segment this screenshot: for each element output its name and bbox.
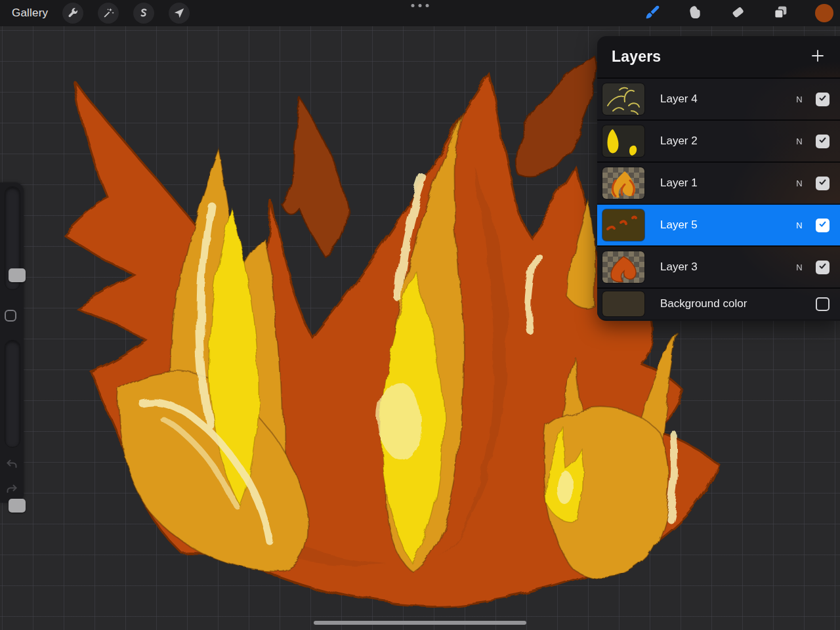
selection-button[interactable] bbox=[133, 3, 154, 24]
color-swatch-button[interactable] bbox=[815, 4, 833, 22]
adjustments-button[interactable] bbox=[98, 3, 119, 24]
brush-opacity-slider[interactable] bbox=[5, 340, 20, 448]
layer-visibility-checkbox[interactable] bbox=[816, 297, 830, 311]
blend-mode-button[interactable]: N bbox=[791, 94, 808, 104]
layer-row-layer-3[interactable]: Layer 3 N bbox=[597, 245, 840, 287]
flame-highlight-blob bbox=[557, 471, 574, 505]
brush-tool-button[interactable] bbox=[644, 4, 661, 23]
brush-size-handle[interactable] bbox=[9, 268, 26, 282]
layer-thumbnail[interactable] bbox=[602, 209, 644, 241]
layer-name: Layer 5 bbox=[660, 219, 791, 232]
undo-icon bbox=[5, 463, 19, 473]
actions-button[interactable] bbox=[62, 3, 83, 24]
layer-thumbnail[interactable] bbox=[602, 167, 644, 199]
ellipsis-dot bbox=[419, 4, 422, 7]
layer-thumbnail[interactable] bbox=[602, 83, 644, 115]
layer-list: Layer 4 N Layer 2 N bbox=[597, 77, 840, 319]
layers-panel-header: Layers bbox=[597, 36, 840, 77]
brush-size-slider[interactable] bbox=[5, 186, 20, 290]
layers-panel: Layers Layer 4 N bbox=[597, 36, 840, 321]
layer-visibility-checkbox[interactable] bbox=[816, 93, 830, 106]
layers-icon bbox=[772, 4, 789, 22]
layer-visibility-checkbox[interactable] bbox=[816, 261, 830, 274]
eraser-icon bbox=[730, 4, 746, 22]
brush-opacity-handle[interactable] bbox=[9, 499, 26, 513]
transform-button[interactable] bbox=[169, 3, 190, 24]
selection-s-icon bbox=[137, 7, 150, 20]
smudge-tool-button[interactable] bbox=[687, 4, 704, 22]
plus-icon bbox=[810, 48, 826, 66]
layer-row-layer-4[interactable]: Layer 4 N bbox=[597, 77, 840, 119]
background-color-thumbnail[interactable] bbox=[602, 291, 644, 316]
layer-name: Layer 4 bbox=[660, 93, 791, 106]
layer-row-layer-2[interactable]: Layer 2 N bbox=[597, 119, 840, 161]
layer-thumbnail[interactable] bbox=[602, 251, 644, 283]
modify-button[interactable] bbox=[5, 310, 16, 322]
blend-mode-button[interactable]: N bbox=[791, 136, 808, 146]
top-toolbar: Gallery bbox=[0, 0, 840, 26]
blend-mode-button[interactable]: N bbox=[791, 178, 808, 188]
paint-brush-icon bbox=[644, 4, 661, 23]
smudge-finger-icon bbox=[687, 4, 704, 22]
redo-icon bbox=[5, 488, 19, 498]
layer-visibility-checkbox[interactable] bbox=[816, 177, 830, 190]
check-icon bbox=[818, 93, 827, 105]
gallery-button[interactable]: Gallery bbox=[12, 7, 48, 20]
check-icon bbox=[818, 177, 827, 189]
undo-button[interactable] bbox=[4, 457, 20, 472]
flame-highlight-blob bbox=[378, 382, 420, 458]
procreate-app: Gallery bbox=[0, 0, 840, 630]
layers-panel-title: Layers bbox=[612, 48, 810, 66]
wrench-icon bbox=[66, 7, 79, 20]
canvas-options-ellipsis[interactable] bbox=[411, 4, 429, 7]
check-icon bbox=[818, 261, 827, 273]
ellipsis-dot bbox=[426, 4, 429, 7]
blend-mode-button[interactable]: N bbox=[791, 220, 808, 230]
transform-arrow-icon bbox=[173, 7, 186, 20]
flame-dark-center bbox=[281, 98, 348, 259]
layer-name: Layer 3 bbox=[660, 261, 791, 274]
layer-visibility-checkbox[interactable] bbox=[816, 135, 830, 148]
magic-wand-icon bbox=[102, 7, 115, 20]
home-indicator[interactable] bbox=[314, 621, 526, 625]
eraser-tool-button[interactable] bbox=[730, 4, 746, 22]
flame-dark-right bbox=[516, 56, 597, 177]
layer-visibility-checkbox[interactable] bbox=[816, 219, 830, 232]
layer-thumbnail[interactable] bbox=[602, 125, 644, 157]
layer-row-layer-5-selected[interactable]: Layer 5 N bbox=[597, 203, 840, 245]
layer-name: Layer 1 bbox=[660, 177, 791, 190]
layer-name: Layer 2 bbox=[660, 135, 791, 148]
add-layer-button[interactable] bbox=[810, 48, 826, 66]
layer-row-layer-1[interactable]: Layer 1 N bbox=[597, 161, 840, 203]
brush-sidebar bbox=[0, 182, 24, 503]
active-color-swatch bbox=[815, 4, 833, 22]
layer-name: Background color bbox=[660, 297, 791, 310]
check-icon bbox=[818, 135, 827, 147]
layers-panel-button[interactable] bbox=[772, 4, 789, 22]
ellipsis-dot bbox=[411, 4, 415, 7]
blend-mode-button[interactable]: N bbox=[791, 262, 808, 272]
background-color-row[interactable]: Background color bbox=[597, 287, 840, 319]
redo-button[interactable] bbox=[4, 482, 20, 497]
check-icon bbox=[818, 219, 827, 231]
